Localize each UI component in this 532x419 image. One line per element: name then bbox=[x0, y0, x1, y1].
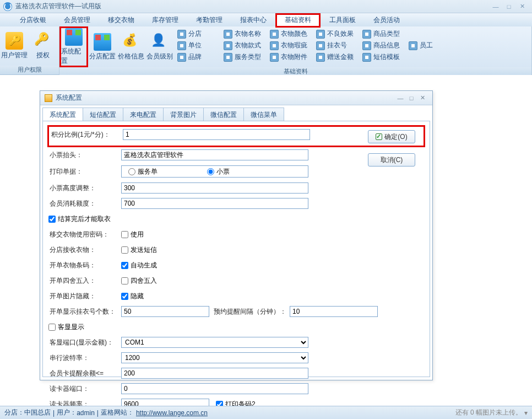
status-site-link[interactable]: http://www.lange.com.cn bbox=[136, 409, 208, 417]
work-area: 系统配置 — □ ✕ 系统配置 短信配置 来电配置 背景图片 微信配置 微信菜单… bbox=[0, 75, 532, 406]
dialog-title: 系统配置 bbox=[56, 93, 82, 103]
tab-bg[interactable]: 背景图片 bbox=[163, 108, 204, 121]
tab-system[interactable]: 系统配置 bbox=[42, 108, 83, 121]
reader-port-input[interactable] bbox=[121, 383, 308, 394]
status-store-label: 分店： bbox=[4, 408, 24, 417]
status-store-value: 中国总店 bbox=[24, 408, 51, 417]
sbtn-attach[interactable]: 衣物附件 bbox=[270, 52, 311, 62]
receipt-header-input[interactable] bbox=[121, 149, 308, 160]
print-type-group: 服务单 小票 bbox=[121, 165, 308, 178]
menu-attendance[interactable]: 考勤管理 bbox=[187, 14, 231, 26]
menu-basic-data[interactable]: 基础资料 bbox=[275, 13, 321, 28]
dialog-title-bar[interactable]: 系统配置 — □ ✕ bbox=[40, 91, 432, 105]
list-icon bbox=[362, 41, 371, 50]
sbtn-brand[interactable]: 品牌 bbox=[177, 52, 218, 62]
branch-config-label: 分店配置 bbox=[89, 52, 116, 61]
branch-receive-checkbox[interactable]: 发送短信 bbox=[121, 245, 157, 255]
points-ratio-label: 积分比例(1元/*分)： bbox=[50, 130, 123, 139]
list-icon bbox=[224, 41, 232, 50]
dlg-maximize[interactable]: □ bbox=[406, 95, 417, 101]
title-bar: 蓝格洗衣店管理软件—试用版 — □ ✕ bbox=[0, 0, 532, 13]
menu-tools[interactable]: 工具面板 bbox=[321, 14, 365, 26]
authorize-button[interactable]: 授权 bbox=[29, 26, 57, 66]
remind-interval-input[interactable] bbox=[290, 306, 378, 317]
sbtn-service[interactable]: 服务类型 bbox=[224, 52, 264, 62]
sbtn-flaw[interactable]: 衣物瑕疵 bbox=[270, 40, 311, 51]
list-icon bbox=[316, 53, 325, 62]
cust-port-select[interactable]: COM1 bbox=[121, 337, 308, 348]
sbtn-branch[interactable]: 分店 bbox=[177, 29, 218, 39]
close-button[interactable]: ✕ bbox=[515, 2, 529, 11]
status-site-label: 蓝格网站： bbox=[101, 408, 134, 417]
tab-sms[interactable]: 短信配置 bbox=[83, 108, 123, 121]
tab-call[interactable]: 来电配置 bbox=[123, 108, 164, 121]
list-icon bbox=[316, 41, 325, 50]
sbtn-style[interactable]: 衣物款式 bbox=[224, 40, 264, 51]
price-info-button[interactable]: 价格信息 bbox=[117, 26, 145, 67]
sbtn-clothname[interactable]: 衣物名称 bbox=[224, 29, 264, 39]
balance-remind-label: 会员卡提醒余额<= bbox=[48, 369, 121, 378]
group-user-label: 用户权限 bbox=[0, 66, 59, 74]
balance-remind-input[interactable] bbox=[121, 368, 308, 379]
tab-wechat[interactable]: 微信配置 bbox=[203, 108, 244, 121]
keys-icon bbox=[6, 32, 23, 50]
maximize-button[interactable]: □ bbox=[502, 2, 515, 11]
receipt-height-input[interactable] bbox=[121, 182, 308, 194]
handover-pwd-checkbox[interactable]: 使用 bbox=[121, 230, 144, 239]
dlg-close[interactable]: ✕ bbox=[417, 94, 428, 101]
hanger-count-input[interactable] bbox=[121, 306, 209, 317]
menu-member[interactable]: 会员管理 bbox=[55, 14, 99, 26]
member-level-button[interactable]: 会员级别 bbox=[145, 26, 174, 67]
member-quota-label: 会员消耗额度： bbox=[48, 199, 121, 208]
cust-display-checkbox[interactable]: 客显显示 bbox=[48, 323, 84, 332]
dialog-icon bbox=[45, 94, 52, 102]
dlg-minimize[interactable]: — bbox=[395, 95, 406, 101]
round-checkbox[interactable]: 四舍五入 bbox=[121, 276, 157, 286]
list-icon bbox=[316, 30, 325, 39]
remind-interval-label: 预约提醒间隔（分钟）： bbox=[214, 307, 286, 316]
sbtn-gift[interactable]: 赠送金额 bbox=[316, 52, 357, 62]
user-manage-button[interactable]: 用户管理 bbox=[0, 26, 29, 66]
reader-port-label: 读卡器端口： bbox=[48, 384, 121, 394]
points-ratio-input[interactable] bbox=[123, 129, 310, 140]
config-icon bbox=[65, 28, 83, 46]
menu-inventory[interactable]: 库存管理 bbox=[143, 14, 187, 26]
round-label: 开单四舍五入： bbox=[48, 276, 121, 286]
radio-receipt[interactable]: 小票 bbox=[207, 167, 230, 176]
system-config-button[interactable]: 系统配置 bbox=[59, 26, 88, 67]
sbtn-staff[interactable]: 员工 bbox=[409, 40, 449, 51]
price-icon bbox=[122, 33, 140, 51]
barcode-checkbox[interactable]: 自动生成 bbox=[121, 261, 157, 270]
receipt-header-label: 小票抬头： bbox=[48, 151, 121, 160]
menu-report[interactable]: 报表中心 bbox=[231, 14, 275, 26]
sbtn-unit[interactable]: 单位 bbox=[177, 40, 218, 51]
group-basic-label: 基础资料 bbox=[59, 67, 531, 76]
menu-activity[interactable]: 会员活动 bbox=[365, 14, 409, 26]
member-quota-input[interactable] bbox=[121, 198, 308, 209]
print-type-label: 打印单据： bbox=[48, 167, 121, 176]
minimize-button[interactable]: — bbox=[489, 2, 502, 11]
radio-service[interactable]: 服务单 bbox=[128, 167, 158, 176]
cancel-button[interactable]: 取消(C) bbox=[368, 153, 415, 166]
ribbon: 用户管理 授权 用户权限 系统配置 分店配置 价格信息 会员级别 分店 衣物名称… bbox=[0, 26, 532, 75]
baud-label: 串行波特率： bbox=[48, 353, 121, 363]
sbtn-clothcolor[interactable]: 衣物颜色 bbox=[270, 29, 311, 39]
sbtn-defect[interactable]: 不良效果 bbox=[316, 29, 357, 39]
ok-button[interactable]: 确定(O) bbox=[368, 130, 415, 143]
hide-img-checkbox[interactable]: 隐藏 bbox=[121, 292, 144, 301]
branch-config-button[interactable]: 分店配置 bbox=[88, 26, 117, 67]
settle-before-checkbox[interactable]: 结算完后才能取衣 bbox=[48, 214, 111, 224]
sbtn-goodstype[interactable]: 商品类型 bbox=[362, 29, 403, 39]
menu-handover[interactable]: 移交衣物 bbox=[99, 14, 143, 26]
list-icon bbox=[224, 53, 232, 62]
sbtn-hanger[interactable]: 挂衣号 bbox=[316, 40, 357, 51]
sbtn-goods[interactable]: 商品信息 bbox=[362, 40, 403, 51]
list-icon bbox=[177, 53, 186, 62]
baud-select[interactable]: 1200 bbox=[121, 352, 308, 363]
menu-cashier[interactable]: 分店收银 bbox=[11, 14, 55, 26]
sbtn-sms[interactable]: 短信模板 bbox=[362, 52, 403, 62]
tab-wechat-menu[interactable]: 微信菜单 bbox=[243, 108, 284, 121]
menu-bar: 分店收银 会员管理 移交衣物 库存管理 考勤管理 报表中心 基础资料 工具面板 … bbox=[0, 13, 532, 26]
dialog-tabs: 系统配置 短信配置 来电配置 背景图片 微信配置 微信菜单 bbox=[40, 105, 432, 121]
system-config-dialog: 系统配置 — □ ✕ 系统配置 短信配置 来电配置 背景图片 微信配置 微信菜单… bbox=[40, 90, 433, 380]
